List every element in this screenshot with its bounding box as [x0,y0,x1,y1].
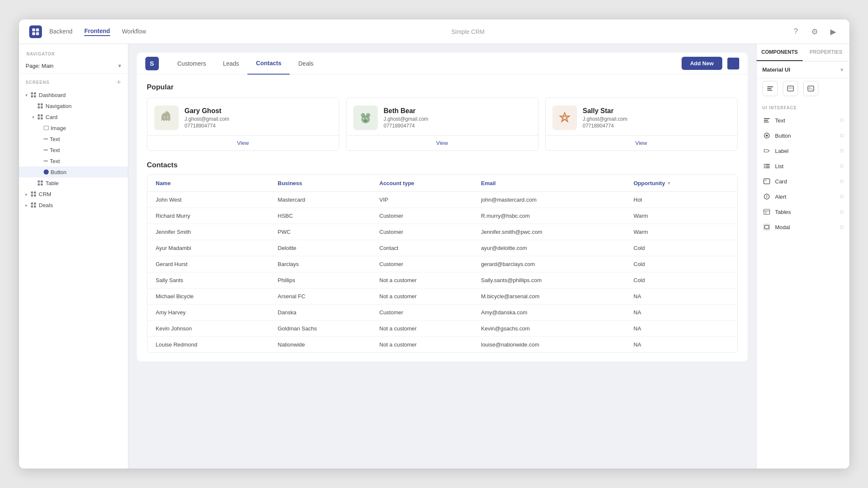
ui-item-tables[interactable]: Tables [757,204,849,219]
card-phone-2: 07718904774 [583,123,628,129]
card-view-btn-2[interactable]: View [546,135,737,150]
th-business[interactable]: Business [275,175,376,191]
table-row[interactable]: Michael Bicycle Arsenal FC Not a custome… [147,288,737,305]
component-selector-label: Material UI [763,67,790,73]
table-row[interactable]: Louise Redmond Nationwide Not a customer… [147,337,737,352]
dashboard-label: Dashboard [39,92,66,98]
card-info-0: Gary Ghost J.ghost@gmail.com 07718904774 [185,107,230,129]
ui-item-label: Label [775,148,789,154]
table-row[interactable]: John West Mastercard VIP john@mastercard… [147,192,737,208]
nav-customers[interactable]: Customers [169,53,215,75]
tab-properties[interactable]: PROPERTIES [803,44,849,61]
ui-item-modal[interactable]: Modal [757,219,849,235]
sidebar-item-text3[interactable]: ▸ Text [19,155,128,166]
tab-backend[interactable]: Backend [50,28,72,36]
avatar-bear [353,105,378,130]
help-icon[interactable]: ? [790,26,802,38]
table-row[interactable]: Sally Sants Phillips Not a customer Sall… [147,272,737,288]
component-selector[interactable]: Material UI ▾ [757,61,849,78]
td-business: Nationwide [275,337,376,352]
tab-frontend[interactable]: Frontend [84,28,110,36]
td-account-type: Customer [376,256,478,272]
deals-label: Deals [39,202,53,208]
th-opportunity[interactable]: Opportunity▾ [630,175,732,191]
nav-contacts[interactable]: Contacts [247,53,290,75]
th-account-type[interactable]: Account type [376,175,478,191]
table-row[interactable]: Ayur Madambi Deloitte Contact ayur@deloi… [147,240,737,256]
play-icon[interactable]: ▶ [827,26,839,38]
ui-card-icon-btn[interactable] [783,81,798,96]
sidebar-item-image[interactable]: ▸ Image [19,122,128,133]
sidebar-item-text1[interactable]: ▸ Text [19,133,128,144]
text-dash-icon3 [44,161,48,161]
sidebar-item-navigation[interactable]: ▸ Navigation [19,100,128,111]
card-email-2: J.ghost@gmail.com [583,116,628,122]
sidebar-item-crm[interactable]: ▸ CRM [19,189,128,200]
settings-icon[interactable]: ⚙ [809,26,821,38]
add-new-button[interactable]: Add New [682,57,722,70]
image-icon [44,126,49,130]
table-row[interactable]: Jennifer Smith PWC Customer Jennifer.smi… [147,224,737,240]
td-name: Richard Murry [153,208,275,224]
crm-label: CRM [39,191,52,197]
ui-item-list[interactable]: List [757,158,849,174]
td-account-type: Not a customer [376,272,478,288]
tab-workflow[interactable]: Workflow [122,28,146,36]
sidebar-item-dashboard[interactable]: ▾ Dashboard [19,89,128,100]
button-icon [763,131,771,140]
ui-text-icon-btn[interactable] [763,81,778,96]
table-label: Table [46,180,59,186]
ui-image-icon-btn[interactable] [803,81,818,96]
sidebar-item-card[interactable]: ▾ Card [19,111,128,122]
td-name: Gerard Hurst [153,256,275,272]
table-row[interactable]: Amy Harvey Danska Customer Amy@danska.co… [147,305,737,321]
app-logo [29,25,42,38]
ui-item-dot [840,195,843,198]
sidebar-item-text2[interactable]: ▸ Text [19,144,128,155]
ui-item-left: Text [763,116,785,125]
page-selector-chevron: ▾ [118,62,121,69]
table-row[interactable]: Kevin Johnson Goldman Sachs Not a custom… [147,321,737,337]
td-account-type: Contact [376,240,478,256]
svg-rect-23 [791,89,793,89]
ui-item-left: List [763,162,784,170]
th-name[interactable]: Name [153,175,275,191]
ui-item-alert[interactable]: Alert [757,189,849,204]
ui-item-text[interactable]: Text [757,113,849,128]
svg-rect-37 [764,179,770,184]
card-phone-1: 07718904774 [384,123,429,129]
ui-item-label: Button [775,133,791,139]
ui-item-card[interactable]: Card [757,174,849,189]
td-opportunity: Cold [630,240,732,256]
svg-rect-35 [764,167,765,168]
svg-rect-18 [767,88,771,89]
sidebar-item-deals[interactable]: ▸ Deals [19,200,128,211]
card-view-btn-0[interactable]: View [147,135,339,150]
sidebar-item-button[interactable]: ▸ Button [19,166,128,177]
add-screen-button[interactable]: + [116,78,121,87]
svg-rect-19 [767,90,772,91]
sidebar-item-table[interactable]: ▸ Table [19,177,128,189]
tab-components[interactable]: COMPONENTS [757,44,803,61]
left-sidebar: NAVIGATOR Page: Main ▾ SCREENS + ▾ Dashb… [19,44,128,469]
nav-leads[interactable]: Leads [214,53,247,75]
popular-card-1: Beth Bear J.ghost@gmail.com 07718904774 … [346,97,538,151]
svg-rect-27 [764,120,768,121]
table-row[interactable]: Gerard Hurst Barclays Customer gerard@ba… [147,256,737,272]
page-selector[interactable]: Page: Main ▾ [19,60,128,74]
svg-point-6 [164,117,165,118]
color-picker-box[interactable] [727,58,739,69]
svg-rect-28 [764,122,769,122]
svg-rect-21 [788,87,791,89]
ui-item-dot [840,180,843,183]
label-icon [763,147,771,155]
nav-deals[interactable]: Deals [290,53,322,75]
top-bar-tabs: Backend Frontend Workflow [50,28,146,36]
th-email[interactable]: Email [478,175,630,191]
ui-item-button[interactable]: Button [757,128,849,143]
card-view-btn-1[interactable]: View [347,135,538,150]
ui-item-label[interactable]: Label [757,143,849,158]
popular-card-0: Gary Ghost J.ghost@gmail.com 07718904774… [147,97,339,151]
table-row[interactable]: Richard Murry HSBC Customer R.murry@hsbc… [147,208,737,224]
svg-rect-34 [765,166,770,166]
